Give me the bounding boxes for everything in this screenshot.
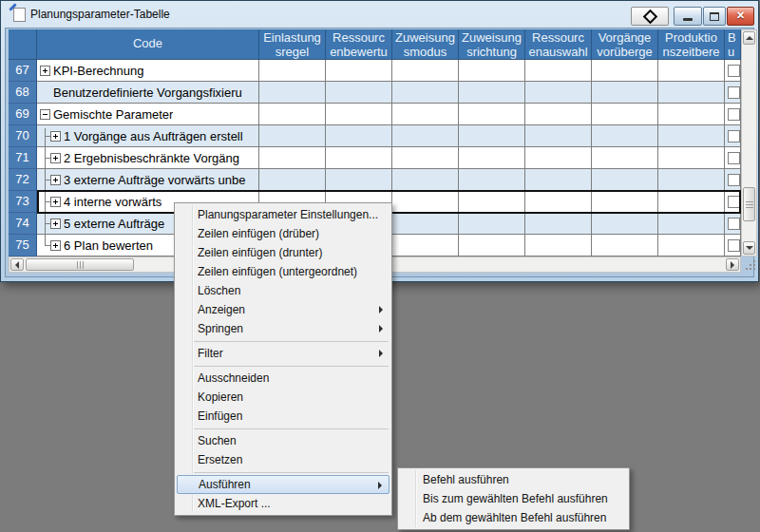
data-cell[interactable] [658, 147, 725, 169]
data-cell[interactable] [326, 60, 392, 82]
plus-box-icon[interactable] [50, 218, 61, 229]
data-cell[interactable] [259, 82, 326, 104]
row-number[interactable]: 72 [9, 169, 37, 191]
menu-item-suchen[interactable]: Suchen [175, 431, 391, 450]
column-header-ressourcenbewertung[interactable]: Ressourcenbewertu [326, 29, 392, 60]
minimize-button[interactable] [674, 7, 702, 26]
table-row[interactable]: 72 3 externe Aufträge vorwärts unbe [9, 169, 741, 191]
menu-item-planungsparameter-einstellungen[interactable]: Planungsparameter Einstellungen... [175, 205, 391, 224]
data-cell[interactable] [459, 191, 525, 213]
data-cell[interactable] [326, 147, 392, 169]
data-cell[interactable] [392, 60, 459, 82]
column-header-zuweisungsmodus[interactable]: Zuweisungsmodus [392, 29, 459, 60]
maximize-button[interactable] [703, 7, 726, 26]
menu-item-zeilen-einfuegen-drunter[interactable]: Zeilen einfügen (drunter) [175, 243, 391, 262]
scroll-down-button[interactable] [743, 241, 755, 255]
menu-item-loeschen[interactable]: Löschen [175, 281, 391, 300]
column-header-einlastungsregel[interactable]: Einlastungsregel [259, 29, 326, 60]
submenu-item-befehl-ausfuehren[interactable]: Befehl ausführen [398, 470, 629, 489]
close-button[interactable] [727, 7, 754, 26]
data-cell[interactable] [459, 235, 525, 256]
menu-item-ausfuehren[interactable]: Ausführen [177, 475, 390, 494]
diamond-toolbar-button[interactable] [631, 7, 669, 26]
menu-item-springen[interactable]: Springen [175, 319, 391, 338]
submenu-item-bis-zum-gewaehlten-befehl[interactable]: Bis zum gewählten Befehl ausführen [398, 489, 629, 508]
menu-item-ersetzen[interactable]: Ersetzen [175, 450, 391, 469]
horizontal-scroll-thumb[interactable] [26, 258, 134, 271]
checkbox[interactable] [728, 218, 740, 230]
scroll-left-button[interactable] [10, 258, 24, 271]
data-cell[interactable] [525, 60, 592, 82]
code-cell[interactable]: Gemischte Parameter [37, 104, 259, 125]
data-cell[interactable] [392, 213, 459, 235]
code-cell[interactable]: 1 Vorgänge aus Aufträgen erstell [37, 125, 259, 147]
data-cell[interactable] [658, 82, 725, 104]
data-cell[interactable] [592, 169, 658, 191]
code-cell[interactable]: KPI-Berechnung [37, 60, 259, 82]
checkbox[interactable] [728, 196, 740, 208]
data-cell[interactable] [658, 169, 725, 191]
minus-box-icon[interactable] [40, 109, 50, 120]
checkbox[interactable] [728, 86, 740, 99]
row-number[interactable]: 74 [9, 213, 37, 235]
code-cell[interactable]: Benutzerdefinierte Vorgangsfixieru [37, 82, 259, 104]
data-cell[interactable] [259, 104, 326, 125]
data-cell[interactable] [525, 125, 592, 147]
data-cell[interactable] [658, 213, 725, 235]
row-number[interactable]: 67 [9, 60, 37, 82]
data-cell[interactable] [459, 169, 525, 191]
data-cell[interactable] [525, 147, 592, 169]
checkbox[interactable] [728, 65, 740, 77]
data-cell[interactable] [525, 213, 592, 235]
checkbox[interactable] [728, 108, 740, 121]
data-cell[interactable] [459, 213, 525, 235]
data-cell[interactable] [658, 125, 725, 147]
plus-box-icon[interactable] [50, 240, 61, 251]
menu-item-anzeigen[interactable]: Anzeigen [175, 300, 391, 319]
column-header-vorgaenge[interactable]: Vorgängevorüberge [592, 29, 658, 60]
menu-item-filter[interactable]: Filter [175, 344, 391, 363]
menu-item-zeilen-einfuegen-untergeordnet[interactable]: Zeilen einfügen (untergeordnet) [175, 262, 391, 281]
titlebar[interactable]: Planungsparameter-Tabelle [1, 1, 758, 28]
data-cell[interactable] [525, 82, 592, 104]
table-row[interactable]: 67 KPI-Berechnung [9, 60, 741, 82]
plus-box-icon[interactable] [50, 153, 61, 163]
data-cell[interactable] [326, 125, 392, 147]
data-cell[interactable] [459, 125, 525, 147]
plus-box-icon[interactable] [50, 131, 61, 142]
corner-header-cell[interactable] [9, 29, 37, 60]
table-row[interactable]: 71 2 Ergebnisbeschränkte Vorgäng [9, 147, 741, 169]
data-cell[interactable] [658, 235, 725, 256]
data-cell[interactable] [592, 213, 658, 235]
resize-grip[interactable] [744, 259, 756, 273]
data-cell[interactable] [392, 125, 459, 147]
code-cell[interactable]: 2 Ergebnisbeschränkte Vorgäng [37, 147, 259, 169]
data-cell[interactable] [259, 125, 326, 147]
data-cell[interactable] [392, 104, 459, 125]
table-row[interactable]: 70 1 Vorgänge aus Aufträgen erstell [9, 125, 741, 147]
submenu-item-ab-dem-gewaehlten-befehl[interactable]: Ab dem gewählten Befehl ausführen [398, 508, 629, 527]
menu-item-xml-export[interactable]: XML-Export ... [175, 494, 391, 513]
code-cell[interactable]: 3 externe Aufträge vorwärts unbe [37, 169, 259, 191]
table-row[interactable]: 68 Benutzerdefinierte Vorgangsfixieru [9, 82, 741, 104]
data-cell[interactable] [459, 147, 525, 169]
row-number[interactable]: 68 [9, 82, 37, 104]
data-cell[interactable] [525, 169, 592, 191]
checkbox[interactable] [728, 152, 740, 164]
checkbox[interactable] [728, 239, 740, 252]
checkbox[interactable] [728, 130, 740, 142]
data-cell[interactable] [326, 104, 392, 125]
scroll-up-button[interactable] [743, 31, 755, 45]
data-cell[interactable] [259, 147, 326, 169]
data-cell[interactable] [525, 104, 592, 125]
menu-item-kopieren[interactable]: Kopieren [175, 388, 391, 407]
data-cell[interactable] [326, 82, 392, 104]
data-cell[interactable] [326, 169, 392, 191]
menu-item-zeilen-einfuegen-drueber[interactable]: Zeilen einfügen (drüber) [175, 224, 391, 243]
data-cell[interactable] [592, 82, 658, 104]
data-cell[interactable] [392, 169, 459, 191]
data-cell[interactable] [459, 60, 525, 82]
data-cell[interactable] [392, 82, 459, 104]
column-header-produktionszeit[interactable]: Produktionszeitbere [658, 29, 725, 60]
column-header-code[interactable]: Code [37, 29, 259, 60]
